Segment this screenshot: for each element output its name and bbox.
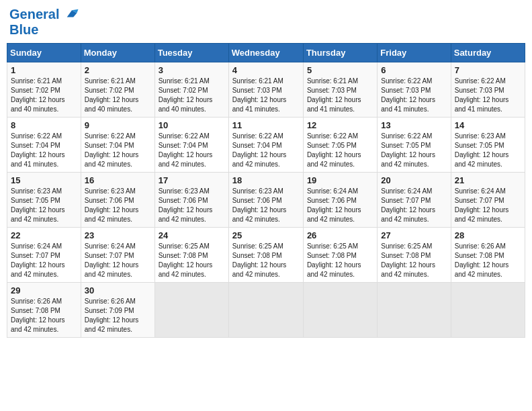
day-number: 3 [159,65,225,75]
day-number: 17 [159,175,225,185]
calendar-day-cell: 1Sunrise: 6:21 AMSunset: 7:02 PMDaylight… [7,62,81,118]
day-info: Sunrise: 6:23 AMSunset: 7:05 PMDaylight:… [455,132,521,169]
calendar-day-cell: 27Sunrise: 6:25 AMSunset: 7:08 PMDayligh… [378,228,451,283]
calendar-week-row: 1Sunrise: 6:21 AMSunset: 7:02 PMDaylight… [7,62,525,118]
day-info: Sunrise: 6:24 AMSunset: 7:07 PMDaylight:… [455,187,521,224]
day-number: 2 [85,65,151,75]
calendar-week-row: 22Sunrise: 6:24 AMSunset: 7:07 PMDayligh… [7,228,525,283]
day-info: Sunrise: 6:24 AMSunset: 7:06 PMDaylight:… [307,187,373,224]
weekday-header-cell: Wednesday [228,44,303,62]
weekday-header-cell: Tuesday [154,44,228,62]
calendar-day-cell: 16Sunrise: 6:23 AMSunset: 7:06 PMDayligh… [81,173,154,228]
day-info: Sunrise: 6:22 AMSunset: 7:04 PMDaylight:… [85,132,151,169]
weekday-header-cell: Monday [81,44,154,62]
day-info: Sunrise: 6:22 AMSunset: 7:04 PMDaylight:… [11,132,77,169]
calendar-day-cell: 20Sunrise: 6:24 AMSunset: 7:07 PMDayligh… [378,173,451,228]
calendar-day-cell: 26Sunrise: 6:25 AMSunset: 7:08 PMDayligh… [303,228,377,283]
day-number: 30 [85,285,151,295]
day-info: Sunrise: 6:22 AMSunset: 7:04 PMDaylight:… [159,132,225,169]
day-info: Sunrise: 6:25 AMSunset: 7:08 PMDaylight:… [159,242,225,279]
calendar-week-row: 29Sunrise: 6:26 AMSunset: 7:08 PMDayligh… [7,283,525,338]
calendar-day-cell: 19Sunrise: 6:24 AMSunset: 7:06 PMDayligh… [303,173,377,228]
calendar-week-row: 8Sunrise: 6:22 AMSunset: 7:04 PMDaylight… [7,118,525,173]
weekday-header-cell: Saturday [451,44,525,62]
day-info: Sunrise: 6:26 AMSunset: 7:08 PMDaylight:… [11,297,77,334]
calendar-day-cell: 10Sunrise: 6:22 AMSunset: 7:04 PMDayligh… [154,118,228,173]
day-number: 28 [455,230,521,240]
day-info: Sunrise: 6:25 AMSunset: 7:08 PMDaylight:… [381,242,447,279]
day-number: 20 [381,175,447,185]
logo-bird-icon [64,8,79,20]
day-number: 21 [455,175,521,185]
calendar-day-cell: 4Sunrise: 6:21 AMSunset: 7:03 PMDaylight… [228,62,303,118]
calendar-day-cell: 3Sunrise: 6:21 AMSunset: 7:02 PMDaylight… [154,62,228,118]
day-number: 7 [455,65,521,75]
calendar-day-cell [378,283,451,338]
day-info: Sunrise: 6:26 AMSunset: 7:09 PMDaylight:… [85,297,151,334]
day-number: 23 [85,230,151,240]
day-number: 15 [11,175,77,185]
day-number: 16 [85,175,151,185]
day-info: Sunrise: 6:23 AMSunset: 7:06 PMDaylight:… [159,187,225,224]
calendar-day-cell: 25Sunrise: 6:25 AMSunset: 7:08 PMDayligh… [228,228,303,283]
calendar-day-cell: 18Sunrise: 6:23 AMSunset: 7:06 PMDayligh… [228,173,303,228]
day-info: Sunrise: 6:22 AMSunset: 7:04 PMDaylight:… [232,132,300,169]
calendar-day-cell: 11Sunrise: 6:22 AMSunset: 7:04 PMDayligh… [228,118,303,173]
day-info: Sunrise: 6:23 AMSunset: 7:06 PMDaylight:… [85,187,151,224]
day-info: Sunrise: 6:21 AMSunset: 7:03 PMDaylight:… [232,77,300,114]
day-number: 5 [307,65,373,75]
calendar-day-cell: 23Sunrise: 6:24 AMSunset: 7:07 PMDayligh… [81,228,154,283]
day-number: 22 [11,230,77,240]
day-number: 18 [232,175,300,185]
day-info: Sunrise: 6:24 AMSunset: 7:07 PMDaylight:… [85,242,151,279]
weekday-header-row: SundayMondayTuesdayWednesdayThursdayFrid… [7,44,525,62]
calendar-table: SundayMondayTuesdayWednesdayThursdayFrid… [7,43,525,338]
day-info: Sunrise: 6:22 AMSunset: 7:05 PMDaylight:… [307,132,373,169]
day-info: Sunrise: 6:24 AMSunset: 7:07 PMDaylight:… [11,242,77,279]
calendar-day-cell: 5Sunrise: 6:21 AMSunset: 7:03 PMDaylight… [303,62,377,118]
day-number: 11 [232,120,300,130]
calendar-day-cell: 12Sunrise: 6:22 AMSunset: 7:05 PMDayligh… [303,118,377,173]
calendar-day-cell: 6Sunrise: 6:22 AMSunset: 7:03 PMDaylight… [378,62,451,118]
day-info: Sunrise: 6:21 AMSunset: 7:02 PMDaylight:… [159,77,225,114]
day-number: 10 [159,120,225,130]
day-number: 19 [307,175,373,185]
calendar-day-cell: 24Sunrise: 6:25 AMSunset: 7:08 PMDayligh… [154,228,228,283]
day-number: 1 [11,65,77,75]
logo: General Blue [9,7,79,38]
day-number: 9 [85,120,151,130]
calendar-body: 1Sunrise: 6:21 AMSunset: 7:02 PMDaylight… [7,62,525,338]
calendar-day-cell: 2Sunrise: 6:21 AMSunset: 7:02 PMDaylight… [81,62,154,118]
calendar-day-cell [228,283,303,338]
day-info: Sunrise: 6:22 AMSunset: 7:03 PMDaylight:… [381,77,447,114]
day-number: 27 [381,230,447,240]
day-number: 29 [11,285,77,295]
weekday-header-cell: Friday [378,44,451,62]
calendar-week-row: 15Sunrise: 6:23 AMSunset: 7:05 PMDayligh… [7,173,525,228]
day-info: Sunrise: 6:22 AMSunset: 7:05 PMDaylight:… [381,132,447,169]
logo-general: General [9,7,59,21]
day-info: Sunrise: 6:25 AMSunset: 7:08 PMDaylight:… [307,242,373,279]
day-info: Sunrise: 6:22 AMSunset: 7:03 PMDaylight:… [455,77,521,114]
logo-blue: Blue [9,22,79,38]
calendar-day-cell: 7Sunrise: 6:22 AMSunset: 7:03 PMDaylight… [451,62,525,118]
calendar-day-cell: 22Sunrise: 6:24 AMSunset: 7:07 PMDayligh… [7,228,81,283]
calendar-day-cell: 9Sunrise: 6:22 AMSunset: 7:04 PMDaylight… [81,118,154,173]
day-number: 25 [232,230,300,240]
calendar-day-cell: 15Sunrise: 6:23 AMSunset: 7:05 PMDayligh… [7,173,81,228]
day-number: 26 [307,230,373,240]
calendar-day-cell: 17Sunrise: 6:23 AMSunset: 7:06 PMDayligh… [154,173,228,228]
day-number: 12 [307,120,373,130]
calendar-day-cell [154,283,228,338]
calendar-day-cell: 14Sunrise: 6:23 AMSunset: 7:05 PMDayligh… [451,118,525,173]
calendar-day-cell: 13Sunrise: 6:22 AMSunset: 7:05 PMDayligh… [378,118,451,173]
calendar-day-cell: 30Sunrise: 6:26 AMSunset: 7:09 PMDayligh… [81,283,154,338]
calendar-day-cell: 28Sunrise: 6:26 AMSunset: 7:08 PMDayligh… [451,228,525,283]
day-info: Sunrise: 6:23 AMSunset: 7:05 PMDaylight:… [11,187,77,224]
day-number: 14 [455,120,521,130]
day-number: 6 [381,65,447,75]
day-info: Sunrise: 6:21 AMSunset: 7:02 PMDaylight:… [11,77,77,114]
day-info: Sunrise: 6:26 AMSunset: 7:08 PMDaylight:… [455,242,521,279]
day-info: Sunrise: 6:23 AMSunset: 7:06 PMDaylight:… [232,187,300,224]
calendar-day-cell: 29Sunrise: 6:26 AMSunset: 7:08 PMDayligh… [7,283,81,338]
